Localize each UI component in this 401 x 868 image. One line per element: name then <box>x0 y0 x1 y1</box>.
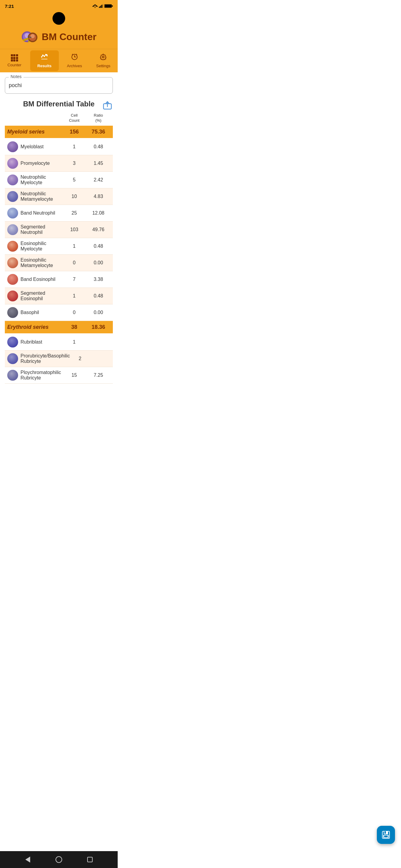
cell-emeta-count: 0 <box>62 260 86 266</box>
app-header: BM Counter <box>0 25 118 49</box>
table-title: BM Differential Table <box>23 100 95 108</box>
cell-se-ratio: 0.48 <box>86 293 110 299</box>
nav-archives[interactable]: Archives <box>60 49 89 72</box>
status-time: 7:21 <box>5 4 14 9</box>
battery-icon <box>105 4 113 8</box>
svg-point-24 <box>47 55 48 56</box>
svg-rect-4 <box>100 6 101 8</box>
cell-bn-ratio: 12.08 <box>86 210 110 216</box>
notes-legend: Notes <box>9 74 24 79</box>
svg-rect-6 <box>103 4 103 8</box>
table-row: Myeloblast 1 0.48 <box>5 138 113 155</box>
nav-results-label: Results <box>37 64 52 68</box>
col-count-header: CellCount <box>62 113 86 123</box>
neutrophilic-myelocyte-icon <box>7 175 18 185</box>
table-row: Ploychromatophilic Rubricyte 15 7.25 <box>5 367 113 384</box>
svg-rect-5 <box>102 5 102 8</box>
rubriblast-icon <box>7 337 18 347</box>
nav-counter[interactable]: Counter <box>0 49 29 72</box>
col-ratio-header: Ratio(%) <box>86 113 110 123</box>
polychro-icon <box>7 370 18 381</box>
svg-line-16 <box>28 37 31 37</box>
cell-myeloblast-count: 1 <box>62 144 86 150</box>
section-erythroid-ratio: 18.36 <box>86 324 110 330</box>
table-row: Band Neutrophil 25 12.08 <box>5 205 113 221</box>
cell-eosinophilic-metamyelocyte: Eosinophilic Metamyelocyte <box>21 257 62 268</box>
table-row: Prorubricyte/Basophilic Rubricyte 2 <box>5 350 113 367</box>
table-row: Eosinophilic Myelocyte 1 0.48 <box>5 238 113 255</box>
nav-bar: Counter Results <box>0 49 118 72</box>
cell-promyelocyte-count: 3 <box>62 161 86 166</box>
cell-segmented-eosinophil: Segmented Eosinophil <box>21 290 62 301</box>
cell-myeloblast-ratio: 0.48 <box>86 144 110 150</box>
app-title: BM Counter <box>41 31 96 42</box>
neutrophilic-metamyelocyte-icon <box>7 191 18 202</box>
eosinophilic-myelocyte-icon <box>7 241 18 252</box>
main-content: Notes pochi BM Differential Table CellCo… <box>0 72 118 412</box>
grid-icon <box>11 54 18 61</box>
share-button[interactable] <box>102 100 113 111</box>
table-row: Segmented Neutrophil 103 49.76 <box>5 221 113 238</box>
cell-polychro-count: 15 <box>62 373 86 378</box>
cell-band-neutrophil: Band Neutrophil <box>21 210 62 216</box>
table-row: Band Eosinophil 7 3.38 <box>5 271 113 288</box>
cell-emeta-ratio: 0.00 <box>86 260 110 266</box>
section-myeloid: Myeloid series 156 75.36 <box>5 126 113 138</box>
section-myeloid-ratio: 75.36 <box>86 129 110 135</box>
cell-neutrophilic-myelocyte: Neutrophilic Myelocyte <box>21 175 62 185</box>
cell-be-count: 7 <box>62 277 86 282</box>
section-erythroid-count: 38 <box>62 324 86 330</box>
myeloblast-icon <box>7 141 18 152</box>
cell-bn-count: 25 <box>62 210 86 216</box>
table-row: Neutrophilic Myelocyte 5 2.42 <box>5 172 113 188</box>
table-row: Basophil 0 0.00 <box>5 304 113 321</box>
table-row: Segmented Eosinophil 1 0.48 <box>5 288 113 304</box>
cell-em-count: 1 <box>62 244 86 249</box>
cell-basophil-ratio: 0.00 <box>86 310 110 315</box>
cell-nmeta-ratio: 4.83 <box>86 194 110 199</box>
wifi-icon <box>92 4 98 8</box>
camera-notch <box>53 12 65 25</box>
chart-icon <box>41 53 48 62</box>
section-erythroid-name: Erythroid series <box>7 324 62 330</box>
promyelocyte-icon <box>7 158 18 169</box>
cell-polychro: Ploychromatophilic Rubricyte <box>21 370 62 381</box>
band-neutrophil-icon <box>7 208 18 218</box>
status-bar: 7:21 <box>0 0 118 11</box>
status-icons <box>92 4 113 8</box>
nav-results[interactable]: Results <box>30 50 59 71</box>
svg-point-23 <box>45 54 47 55</box>
cell-sn-ratio: 49.76 <box>86 227 110 232</box>
table-row: Neutrophilic Metamyelocyte 10 4.83 <box>5 188 113 205</box>
cell-se-count: 1 <box>62 293 86 299</box>
notes-value[interactable]: pochi <box>9 82 109 89</box>
svg-point-2 <box>95 7 96 8</box>
basophil-icon <box>7 307 18 318</box>
cell-basophil: Basophil <box>21 310 62 315</box>
table-row: Rubriblast 1 <box>5 334 113 350</box>
cell-band-eosinophil: Band Eosinophil <box>21 277 62 282</box>
cell-em-ratio: 0.48 <box>86 244 110 249</box>
svg-rect-8 <box>105 5 111 7</box>
cell-promyelocyte-ratio: 1.45 <box>86 161 110 166</box>
section-myeloid-count: 156 <box>62 129 86 135</box>
section-myeloid-name: Myeloid series <box>7 129 62 135</box>
cell-neutrophilic-metamyelocyte: Neutrophilic Metamyelocyte <box>21 191 62 202</box>
cell-sn-count: 103 <box>62 227 86 232</box>
svg-point-28 <box>102 56 104 58</box>
cell-be-ratio: 3.38 <box>86 277 110 282</box>
notes-section: Notes pochi <box>5 77 113 94</box>
nav-settings[interactable]: Settings <box>89 49 118 72</box>
cell-segmented-neutrophil: Segmented Neutrophil <box>21 224 62 235</box>
cell-rubriblast-count: 1 <box>62 339 86 345</box>
cell-eosinophilic-myelocyte: Eosinophilic Myelocyte <box>21 241 62 252</box>
column-headers: CellCount Ratio(%) <box>5 112 113 126</box>
svg-point-20 <box>41 56 42 58</box>
table-row: Promyelocyte 3 1.45 <box>5 155 113 172</box>
eosinophilic-metamyelocyte-icon <box>7 257 18 268</box>
table-title-row: BM Differential Table <box>5 100 113 108</box>
cell-nm-ratio: 2.42 <box>86 177 110 183</box>
table-row: Eosinophilic Metamyelocyte 0 0.00 <box>5 255 113 271</box>
gear-icon <box>99 53 107 62</box>
share-icon <box>103 101 112 110</box>
